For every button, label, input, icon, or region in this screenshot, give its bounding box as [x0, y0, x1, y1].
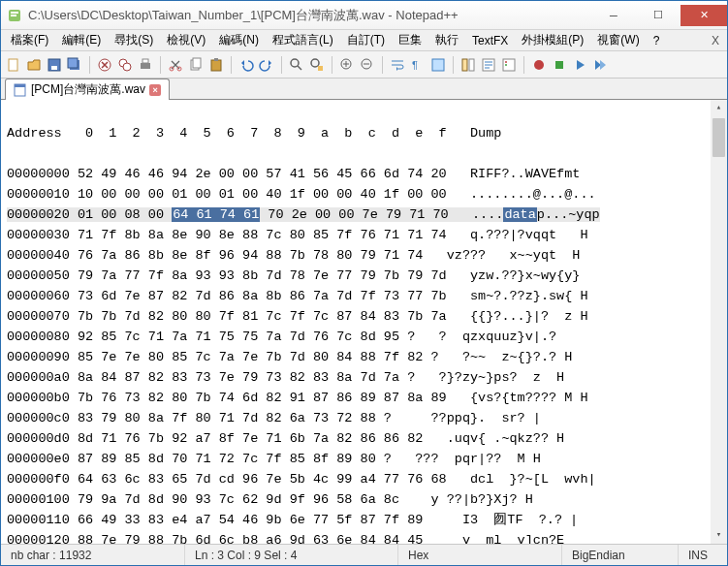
svg-point-32: [534, 60, 544, 70]
menu-bar: 檔案(F) 編輯(E) 尋找(S) 檢視(V) 編碼(N) 程式語言(L) 自訂…: [1, 30, 727, 51]
hex-row[interactable]: 000000e0 87 89 85 8d 70 71 72 7c 7f 85 8…: [7, 449, 727, 469]
file-icon: [14, 83, 27, 97]
svg-point-30: [505, 61, 507, 63]
menu-settings[interactable]: 自訂(T): [341, 30, 391, 50]
menu-x-icon[interactable]: X: [712, 34, 719, 47]
paste-icon[interactable]: [207, 56, 225, 74]
folder-panel-icon[interactable]: [500, 56, 518, 74]
hex-row[interactable]: 00000010 10 00 00 00 01 00 01 00 40 1f 0…: [7, 184, 727, 204]
menu-run[interactable]: 執行: [429, 30, 464, 50]
hex-row[interactable]: 00000000 52 49 46 46 94 2e 00 00 57 41 5…: [7, 164, 727, 184]
tab-active[interactable]: [PCM]台灣南波萬.wav ×: [5, 79, 170, 100]
menu-search[interactable]: 尋找(S): [109, 30, 159, 50]
hex-row[interactable]: 000000a0 8a 84 87 82 83 73 7e 79 73 82 8…: [7, 367, 727, 388]
macro-stop-icon[interactable]: [551, 56, 568, 74]
svg-rect-2: [11, 15, 16, 16]
svg-point-19: [291, 59, 299, 67]
title-bar: C:\Users\DC\Desktop\Taiwan_Number_1\[PCM…: [1, 1, 727, 30]
tab-label: [PCM]台灣南波萬.wav: [31, 81, 145, 98]
dump-selection: data: [503, 207, 536, 222]
hex-row[interactable]: 00000110 66 49 33 83 e4 a7 54 46 9b 6e 7…: [7, 510, 727, 530]
show-all-chars-icon[interactable]: ¶: [409, 56, 427, 74]
macro-play-icon[interactable]: [571, 56, 588, 74]
svg-point-10: [123, 63, 131, 71]
status-position: Ln : 3 Col : 9 Sel : 4: [185, 545, 398, 565]
print-icon[interactable]: [137, 56, 154, 74]
redo-icon[interactable]: [258, 56, 275, 74]
svg-rect-11: [141, 63, 150, 69]
hex-row[interactable]: 000000b0 7b 76 73 82 80 7b 74 6d 82 91 8…: [7, 388, 727, 408]
indent-guide-icon[interactable]: [429, 56, 447, 74]
doc-map-icon[interactable]: [459, 56, 477, 74]
cut-icon[interactable]: [167, 56, 184, 74]
menu-window[interactable]: 視窗(W): [591, 30, 645, 50]
svg-rect-3: [9, 59, 17, 71]
svg-point-20: [311, 59, 319, 67]
hex-row[interactable]: 000000d0 8d 71 76 7b 92 a7 8f 7e 71 6b 7…: [7, 428, 727, 449]
hex-row[interactable]: 00000080 92 85 7c 71 7a 71 75 75 7a 7d 7…: [7, 327, 727, 347]
menu-help[interactable]: ?: [648, 32, 666, 49]
hex-row[interactable]: 000000c0 83 79 80 8a 7f 80 71 7d 82 6a 7…: [7, 408, 727, 428]
menu-file[interactable]: 檔案(F): [5, 30, 54, 50]
svg-rect-17: [211, 60, 221, 71]
vertical-scrollbar[interactable]: ▴ ▾: [711, 100, 727, 544]
minimize-button[interactable]: ─: [591, 5, 636, 26]
hex-row[interactable]: 00000120 88 7e 79 88 7b 6d 6c b8 a6 9d 6…: [7, 530, 727, 544]
macro-playmulti-icon[interactable]: [591, 56, 609, 74]
hex-row[interactable]: 00000060 73 6d 7e 87 82 7d 86 8a 8b 86 7…: [7, 286, 727, 306]
menu-textfx[interactable]: TextFX: [466, 32, 514, 49]
svg-rect-26: [462, 59, 467, 71]
svg-rect-21: [318, 66, 323, 71]
hex-row[interactable]: 00000070 7b 7b 7d 82 80 80 7f 81 7c 7f 7…: [7, 306, 727, 327]
tab-bar: [PCM]台灣南波萬.wav ×: [1, 79, 727, 100]
scroll-thumb[interactable]: [712, 118, 725, 157]
copy-icon[interactable]: [187, 56, 205, 74]
tab-close-icon[interactable]: ×: [149, 84, 161, 96]
status-chars: nb char : 11932: [1, 545, 185, 565]
status-mode: Hex: [398, 545, 562, 565]
menu-view[interactable]: 檢視(V): [161, 30, 211, 50]
svg-rect-18: [214, 58, 218, 61]
scroll-down-icon[interactable]: ▾: [711, 527, 727, 544]
hex-row[interactable]: 00000050 79 7a 77 7f 8a 93 93 8b 7d 78 7…: [7, 266, 727, 286]
scroll-up-icon[interactable]: ▴: [711, 100, 727, 116]
close-file-icon[interactable]: [96, 56, 113, 74]
maximize-button[interactable]: ☐: [636, 5, 681, 26]
close-button[interactable]: ✕: [681, 5, 727, 26]
hex-row[interactable]: 00000100 79 9a 7d 8d 90 93 7c 62 9d 9f 9…: [7, 489, 727, 510]
svg-rect-27: [469, 59, 474, 71]
menu-encoding[interactable]: 編碼(N): [213, 30, 265, 50]
menu-macro[interactable]: 巨集: [393, 30, 427, 50]
menu-plugins[interactable]: 外掛模組(P): [516, 30, 589, 50]
app-icon: [7, 8, 22, 23]
find-icon[interactable]: [288, 56, 305, 74]
svg-rect-5: [51, 66, 57, 70]
svg-rect-7: [68, 58, 78, 68]
svg-rect-25: [432, 59, 444, 71]
function-list-icon[interactable]: [480, 56, 497, 74]
zoom-in-icon[interactable]: [338, 56, 356, 74]
save-icon[interactable]: [46, 56, 63, 74]
macro-record-icon[interactable]: [530, 56, 548, 74]
hex-row[interactable]: 000000f0 64 63 6c 83 65 7d cd 96 7e 5b 4…: [7, 469, 727, 489]
svg-rect-29: [503, 59, 515, 71]
undo-icon[interactable]: [237, 56, 255, 74]
wordwrap-icon[interactable]: [389, 56, 406, 74]
hex-row[interactable]: 00000020 01 00 08 00 64 61 74 61 70 2e 0…: [7, 204, 727, 225]
menu-edit[interactable]: 編輯(E): [56, 30, 107, 50]
status-endian: BigEndian: [562, 545, 679, 565]
menu-language[interactable]: 程式語言(L): [267, 30, 339, 50]
hex-row[interactable]: 00000090 85 7e 7e 80 85 7c 7a 7e 7b 7d 8…: [7, 347, 727, 367]
svg-rect-35: [15, 84, 25, 87]
close-all-icon[interactable]: [116, 56, 134, 74]
replace-icon[interactable]: [308, 56, 326, 74]
hex-editor[interactable]: Address 0 1 2 3 4 5 6 7 8 9 a b c d e f …: [1, 100, 727, 544]
hex-row[interactable]: 00000030 71 7f 8b 8a 8e 90 8e 88 7c 80 8…: [7, 225, 727, 245]
open-file-icon[interactable]: [25, 56, 43, 74]
zoom-out-icon[interactable]: [359, 56, 376, 74]
svg-point-31: [505, 64, 507, 66]
hex-row[interactable]: 00000040 76 7a 86 8b 8e 8f 96 94 88 7b 7…: [7, 245, 727, 266]
new-file-icon[interactable]: [5, 56, 22, 74]
svg-rect-16: [193, 58, 201, 68]
save-all-icon[interactable]: [66, 56, 83, 74]
